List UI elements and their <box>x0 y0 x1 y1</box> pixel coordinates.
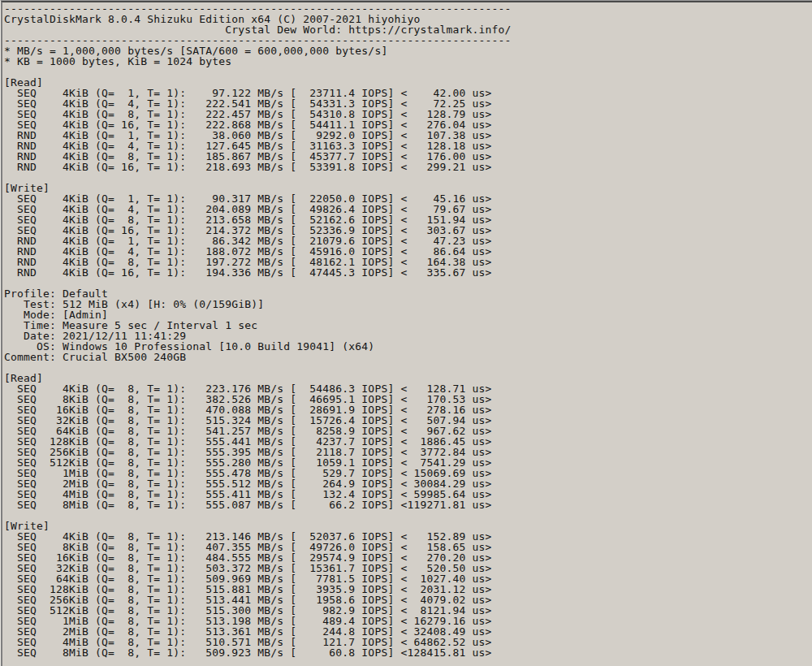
benchmark-text: ----------------------------------------… <box>2 2 812 658</box>
output-line <box>4 278 812 288</box>
crystaldiskmark-result-window: ----------------------------------------… <box>0 0 812 666</box>
output-line: * KB = 1000 bytes, KiB = 1024 bytes <box>4 56 812 67</box>
output-line: RND 4KiB (Q= 16, T= 1): 194.336 MB/s [ 4… <box>4 267 812 278</box>
text-area-frame: ----------------------------------------… <box>1 1 812 666</box>
output-line <box>4 172 812 183</box>
output-line <box>4 510 812 521</box>
output-line: Comment: Crucial BX500 240GB <box>4 352 812 362</box>
output-line: Test: 512 MiB (x4) [H: 0% (0/159GiB)] <box>4 299 812 309</box>
output-line: SEQ 8MiB (Q= 8, T= 1): 509.923 MB/s [ 60… <box>4 647 812 658</box>
output-line <box>4 67 812 77</box>
output-line: RND 4KiB (Q= 16, T= 1): 218.693 MB/s [ 5… <box>4 162 812 172</box>
output-line <box>4 362 812 373</box>
output-line: SEQ 8MiB (Q= 8, T= 1): 555.087 MB/s [ 66… <box>4 500 812 510</box>
